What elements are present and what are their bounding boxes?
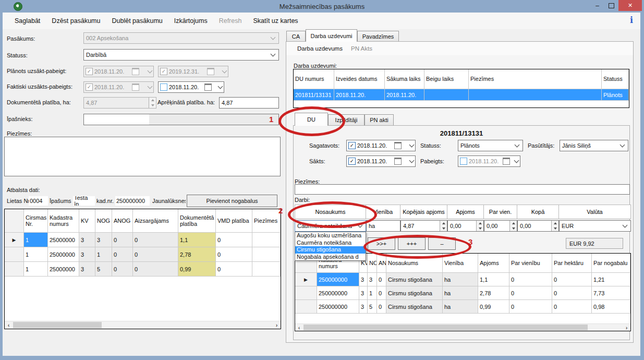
grid-cell[interactable]: Cirsmu stigošana bbox=[386, 273, 443, 286]
ipasnieks-field[interactable] bbox=[83, 114, 279, 125]
du-statuss-combobox[interactable]: Plānots bbox=[458, 140, 523, 151]
grid-cell[interactable]: 3 bbox=[359, 286, 368, 300]
grid-cell[interactable]: 0 bbox=[216, 262, 252, 277]
grid-cell[interactable]: 1 bbox=[24, 247, 48, 262]
spin-up-icon[interactable] bbox=[479, 222, 482, 224]
column-header[interactable]: Piezīmes bbox=[469, 69, 602, 89]
grid-cell[interactable]: 0 bbox=[377, 286, 386, 300]
grid-cell[interactable]: 2018.11.20. bbox=[334, 89, 385, 101]
darbi-result-grid[interactable]: Kadastra numurs KV NOG ANOG Nosaukums Vi… bbox=[295, 253, 631, 331]
column-header[interactable]: Izveides datums bbox=[334, 69, 385, 89]
column-header[interactable]: Cirsmas Nr. bbox=[24, 209, 48, 233]
checked-checkbox-icon[interactable]: ✓ bbox=[348, 158, 356, 165]
grid-cell[interactable]: 5 bbox=[368, 300, 377, 314]
add-all-button[interactable]: +++ bbox=[398, 237, 426, 250]
grid-cell[interactable]: 25000000 bbox=[48, 233, 79, 247]
chevron-down-icon[interactable] bbox=[409, 158, 415, 163]
tab-izpilditaji[interactable]: Izpildītāji bbox=[328, 114, 364, 126]
grid-cell[interactable]: Plānots bbox=[602, 89, 629, 101]
spin-down-icon[interactable] bbox=[442, 227, 445, 230]
chevron-down-icon[interactable] bbox=[409, 142, 415, 148]
row-header[interactable] bbox=[5, 262, 24, 277]
grid-cell[interactable]: 1,21 bbox=[592, 273, 630, 286]
grid-cell[interactable]: 250000000 bbox=[317, 273, 359, 286]
kopejais-apjoms-spinner[interactable]: 4,87 bbox=[400, 220, 447, 232]
chevron-down-icon[interactable] bbox=[514, 158, 519, 163]
grid-cell[interactable]: 0 bbox=[509, 273, 552, 286]
grid-cell[interactable]: 0,99 bbox=[178, 262, 216, 277]
unchecked-checkbox-icon[interactable]: ✓ bbox=[160, 83, 167, 91]
spinner-arrows[interactable] bbox=[509, 221, 517, 231]
du-piezimes-textbox[interactable] bbox=[295, 184, 630, 195]
scrollbar-thumb[interactable] bbox=[303, 325, 588, 330]
row-header[interactable] bbox=[5, 247, 24, 262]
column-header[interactable]: Beigu laiks bbox=[424, 69, 469, 89]
grid-cell[interactable]: 0 bbox=[552, 286, 592, 300]
grid-cell[interactable]: 0 bbox=[133, 262, 178, 277]
scrollbar-thumb[interactable] bbox=[13, 322, 102, 328]
tab-darba-uzdevumi[interactable]: Darba uzdevumi bbox=[306, 29, 357, 42]
column-header[interactable]: VMD platība bbox=[216, 209, 252, 233]
grid-cell[interactable]: 0,99 bbox=[478, 300, 509, 314]
sakts-datepicker[interactable]: ✓ 2018.11.20. bbox=[346, 155, 416, 167]
dropdown-option[interactable]: Nogabala apsekošana d bbox=[295, 254, 366, 261]
unchecked-checkbox-icon[interactable]: ✓ bbox=[460, 158, 467, 165]
darbi-col-kopejais-apjoms[interactable]: Kopējais apjoms bbox=[400, 205, 447, 219]
grid-cell[interactable]: 0 bbox=[377, 300, 386, 314]
grid-cell[interactable]: 1,1 bbox=[478, 273, 509, 286]
column-header[interactable]: NOG bbox=[368, 254, 377, 273]
pievienot-nogabalus-button[interactable]: Pievienot nogabalus bbox=[187, 195, 277, 207]
darbi-col-vieniba[interactable]: Vienība bbox=[366, 205, 400, 219]
spinner-arrows[interactable] bbox=[551, 221, 558, 231]
row-header[interactable]: ▶ bbox=[5, 233, 24, 247]
menu-dublet-pasakumu[interactable]: Dublēt pasākumu bbox=[106, 15, 168, 27]
grid-cell[interactable] bbox=[424, 89, 469, 101]
grid-cell[interactable]: 1,1 bbox=[178, 233, 216, 247]
menu-saglabat[interactable]: Saglabāt bbox=[9, 15, 46, 27]
calendar-icon[interactable] bbox=[394, 142, 402, 149]
column-header[interactable]: ANOG bbox=[112, 209, 133, 233]
grid-cell[interactable]: Cirsmu stigošana bbox=[386, 300, 443, 314]
grid-cell[interactable]: 0 bbox=[552, 273, 592, 286]
horizontal-scrollbar[interactable]: ‹ › bbox=[295, 323, 630, 331]
column-header[interactable]: Sākuma laiks bbox=[385, 69, 424, 89]
grid-cell[interactable]: 0 bbox=[509, 300, 552, 314]
grid-cell[interactable]: ha bbox=[443, 286, 478, 300]
grid-cell[interactable]: 3 bbox=[95, 233, 112, 247]
column-header[interactable]: DU numurs bbox=[294, 69, 334, 89]
dropdown-option[interactable]: Augošu koku uzmērīšana bbox=[295, 232, 366, 239]
grid-cell[interactable] bbox=[252, 233, 281, 247]
spinner-arrows[interactable] bbox=[476, 221, 483, 231]
grid-cell[interactable]: 0 bbox=[552, 300, 592, 314]
horizontal-scrollbar[interactable]: ‹ › bbox=[5, 321, 281, 329]
grid-cell[interactable]: Cirsmu stigošana bbox=[386, 286, 443, 300]
grid-cell[interactable]: 3 bbox=[79, 233, 95, 247]
grid-cell[interactable]: 3 bbox=[359, 273, 368, 286]
column-header[interactable]: Dokumentētā platība bbox=[178, 209, 216, 233]
grid-cell[interactable]: 2,78 bbox=[178, 247, 216, 262]
grid-cell[interactable] bbox=[252, 247, 281, 262]
grid-cell[interactable]: 201811/13131 bbox=[294, 89, 334, 101]
grid-cell[interactable]: 3 bbox=[79, 262, 95, 277]
column-header[interactable]: Nosaukums bbox=[386, 254, 443, 273]
column-header[interactable]: Apjoms bbox=[478, 254, 509, 273]
grid-cell[interactable]: 0 bbox=[112, 233, 133, 247]
nosaukums-combobox[interactable]: Caurmēra noteikšana bbox=[295, 220, 366, 232]
scroll-left-icon[interactable]: ‹ bbox=[295, 324, 303, 331]
tab-du[interactable]: DU bbox=[295, 113, 328, 126]
grid-cell[interactable]: 3 bbox=[79, 247, 95, 262]
grid-cell[interactable]: ha bbox=[443, 300, 478, 314]
darbi-col-valuta[interactable]: Valūta bbox=[559, 205, 631, 219]
tab-ca[interactable]: CA bbox=[286, 31, 306, 42]
grid-cell[interactable]: 1 bbox=[368, 286, 377, 300]
aprek-platiba-textbox[interactable]: 4,87 bbox=[219, 97, 279, 109]
add-selected-button[interactable]: >>+ bbox=[368, 237, 395, 250]
column-header[interactable]: Par hektāru bbox=[552, 254, 592, 273]
grid-cell[interactable]: 0 bbox=[112, 247, 133, 262]
grid-cell[interactable]: 0 bbox=[377, 273, 386, 286]
row-header[interactable] bbox=[295, 286, 317, 300]
checked-checkbox-icon[interactable]: ✓ bbox=[348, 142, 356, 149]
grid-cell[interactable]: 250000000 bbox=[317, 300, 359, 314]
vieniba-textbox[interactable]: ha bbox=[366, 220, 400, 232]
grid-cell[interactable]: 250000000 bbox=[317, 286, 359, 300]
